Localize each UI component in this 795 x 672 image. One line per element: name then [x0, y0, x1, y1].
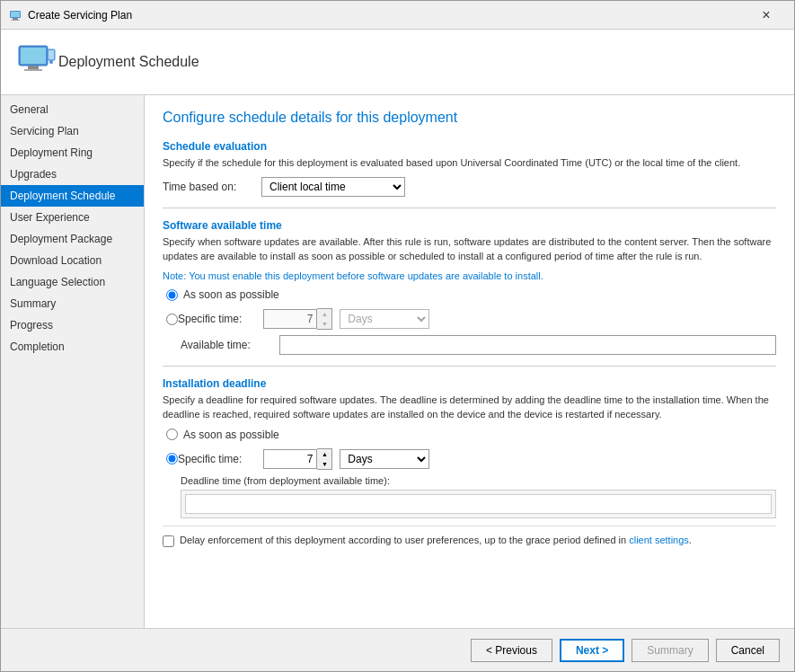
deadline-time-input[interactable]: [185, 494, 772, 514]
deadline-spinner-buttons: ▲ ▼: [317, 448, 332, 470]
deadline-input-box: [181, 490, 776, 518]
deadline-specific-radio[interactable]: [166, 453, 178, 464]
installation-deadline-section: Installation deadline Specify a deadline…: [163, 377, 776, 554]
sidebar-item-deployment-schedule[interactable]: Deployment Schedule: [1, 185, 144, 207]
sidebar-item-upgrades[interactable]: Upgrades: [1, 164, 144, 185]
schedule-evaluation-header: Schedule evaluation: [163, 140, 776, 153]
software-specific-radio[interactable]: [166, 314, 178, 325]
svg-rect-3: [11, 12, 20, 17]
sidebar: General Servicing Plan Deployment Ring U…: [1, 95, 145, 628]
software-spinner-buttons: ▲ ▼: [317, 308, 332, 330]
main-content: Configure schedule details for this depl…: [145, 95, 794, 628]
svg-rect-1: [13, 18, 18, 20]
schedule-evaluation-desc: Specify if the schedule for this deploym…: [163, 156, 776, 170]
time-based-row: Time based on: Client local time UTC: [163, 177, 776, 197]
deadline-spinner-up[interactable]: ▲: [317, 449, 331, 459]
deadline-days-select[interactable]: Days Hours Weeks Months: [340, 449, 429, 469]
software-available-section: Software available time Specify when sof…: [163, 219, 776, 355]
header-icon: [15, 40, 58, 84]
sidebar-item-download-location[interactable]: Download Location: [1, 250, 144, 271]
schedule-evaluation-section: Schedule evaluation Specify if the sched…: [163, 140, 776, 197]
next-button[interactable]: Next >: [560, 639, 624, 662]
header-title: Deployment Schedule: [58, 54, 199, 70]
deadline-spinner-down[interactable]: ▼: [317, 459, 331, 469]
available-time-label: Available time:: [181, 339, 279, 351]
svg-point-10: [49, 60, 53, 64]
delay-enforcement-checkbox[interactable]: [163, 535, 174, 547]
time-based-select[interactable]: Client local time UTC: [261, 177, 405, 197]
deadline-asap-label: As soon as possible: [183, 429, 279, 441]
sidebar-item-completion[interactable]: Completion: [1, 336, 144, 358]
sidebar-item-general[interactable]: General: [1, 99, 144, 120]
close-button[interactable]: ×: [746, 1, 787, 30]
svg-rect-5: [21, 48, 46, 64]
sidebar-item-user-experience[interactable]: User Experience: [1, 207, 144, 228]
deadline-specific-row: Specific time: ▲ ▼ Days Hours Weeks Mont…: [163, 448, 776, 470]
delay-enforcement-label: Delay enforcement of this deployment acc…: [180, 534, 692, 547]
svg-rect-2: [11, 20, 20, 21]
deadline-asap-radio[interactable]: [166, 429, 178, 440]
sidebar-item-language-selection[interactable]: Language Selection: [1, 271, 144, 293]
software-specific-row: Specific time: ▲ ▼ Days Hours Weeks Mont…: [163, 308, 776, 330]
software-spinner-group: ▲ ▼ Days Hours Weeks Months: [263, 308, 429, 330]
deadline-spinner-input[interactable]: [263, 449, 317, 469]
sidebar-item-deployment-package[interactable]: Deployment Package: [1, 228, 144, 250]
software-asap-label: As soon as possible: [183, 288, 279, 301]
deadline-spinner-group: ▲ ▼ Days Hours Weeks Months: [263, 448, 429, 470]
sidebar-item-summary[interactable]: Summary: [1, 293, 144, 314]
divider-1: [163, 208, 776, 208]
divider-2: [163, 366, 776, 367]
svg-rect-9: [49, 50, 54, 59]
software-available-note: Note: You must enable this deployment be…: [163, 270, 776, 281]
sidebar-item-deployment-ring[interactable]: Deployment Ring: [1, 142, 144, 164]
deadline-specific-label: Specific time:: [178, 453, 242, 465]
previous-button[interactable]: < Previous: [471, 639, 552, 662]
svg-rect-6: [28, 66, 39, 69]
deadline-time-label-row: Deadline time (from deployment available…: [163, 475, 776, 518]
main-window: Create Servicing Plan × Deployment Sched…: [0, 0, 795, 672]
available-time-input[interactable]: [279, 335, 776, 355]
sidebar-item-progress[interactable]: Progress: [1, 314, 144, 336]
svg-rect-7: [24, 69, 42, 71]
software-spinner-up[interactable]: ▲: [317, 309, 331, 319]
software-available-header: Software available time: [163, 219, 776, 232]
software-spinner-input[interactable]: [263, 309, 317, 329]
time-based-label: Time based on:: [163, 181, 261, 193]
software-asap-radio[interactable]: [166, 289, 178, 301]
title-bar: Create Servicing Plan ×: [1, 1, 794, 30]
software-days-select[interactable]: Days Hours Weeks Months: [340, 309, 429, 329]
software-available-desc: Specify when software updates are availa…: [163, 235, 776, 263]
title-bar-text: Create Servicing Plan: [28, 9, 746, 22]
window-icon: [8, 8, 22, 22]
software-asap-row: As soon as possible: [163, 288, 776, 301]
software-spinner-down[interactable]: ▼: [317, 319, 331, 329]
header: Deployment Schedule: [1, 30, 794, 95]
installation-deadline-header: Installation deadline: [163, 377, 776, 390]
page-title: Configure schedule details for this depl…: [163, 110, 776, 126]
installation-deadline-desc: Specify a deadline for required software…: [163, 393, 776, 421]
delay-enforcement-row: Delay enforcement of this deployment acc…: [163, 526, 776, 554]
content-area: General Servicing Plan Deployment Ring U…: [1, 95, 794, 628]
cancel-button[interactable]: Cancel: [716, 639, 780, 662]
deadline-asap-row: As soon as possible: [163, 429, 776, 441]
sidebar-item-servicing-plan[interactable]: Servicing Plan: [1, 120, 144, 142]
available-time-row: Available time:: [163, 335, 776, 355]
software-specific-label: Specific time:: [178, 313, 242, 325]
deadline-time-label: Deadline time (from deployment available…: [181, 475, 776, 486]
summary-button[interactable]: Summary: [632, 639, 708, 662]
footer: < Previous Next > Summary Cancel: [1, 628, 794, 671]
